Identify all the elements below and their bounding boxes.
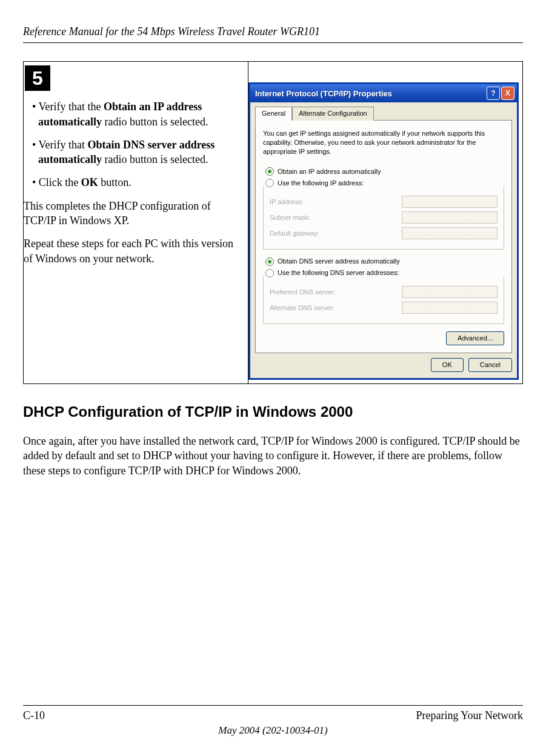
alternate-dns-field: . . . bbox=[402, 302, 498, 314]
radio-label: Use the following DNS server addresses: bbox=[278, 268, 399, 277]
dialog-titlebar: Internet Protocol (TCP/IP) Properties ? … bbox=[250, 84, 517, 102]
tcpip-properties-dialog: Internet Protocol (TCP/IP) Properties ? … bbox=[248, 82, 519, 379]
radio-icon bbox=[265, 269, 274, 277]
radio-label: Obtain DNS server address automatically bbox=[278, 257, 400, 266]
body-text: Repeat these steps for each PC with this… bbox=[24, 236, 244, 266]
close-button[interactable]: X bbox=[501, 87, 514, 100]
bullet-list: • Verify that the Obtain an IP address a… bbox=[32, 99, 244, 190]
ip-address-label: IP address: bbox=[270, 197, 303, 207]
preferred-dns-label: Preferred DNS server: bbox=[270, 288, 336, 297]
section-paragraph: Once again, after you have installed the… bbox=[23, 434, 523, 478]
dialog-title: Internet Protocol (TCP/IP) Properties bbox=[255, 88, 392, 99]
radio-icon bbox=[265, 179, 274, 187]
ip-address-field: . . . bbox=[402, 196, 498, 208]
bullet-item: • Verify that Obtain DNS server address … bbox=[38, 138, 244, 167]
body-text: This completes the DHCP configuration of… bbox=[24, 199, 244, 228]
radio-obtain-dns-automatically[interactable]: Obtain DNS server address automatically bbox=[265, 257, 504, 266]
screenshot-cell: Internet Protocol (TCP/IP) Properties ? … bbox=[248, 62, 523, 383]
step-table: 5 • Verify that the Obtain an IP address… bbox=[23, 61, 523, 383]
info-text: You can get IP settings assigned automat… bbox=[263, 129, 504, 156]
section-heading: DHCP Configuration of TCP/IP in Windows … bbox=[23, 402, 523, 422]
radio-label: Obtain an IP address automatically bbox=[278, 167, 381, 176]
radio-label: Use the following IP address: bbox=[278, 179, 364, 188]
step-number-badge: 5 bbox=[25, 65, 50, 91]
radio-icon bbox=[265, 257, 274, 266]
bullet-item: • Click the OK button. bbox=[38, 175, 244, 190]
default-gateway-field: . . . bbox=[402, 227, 498, 239]
help-button[interactable]: ? bbox=[487, 87, 500, 100]
radio-icon bbox=[265, 167, 274, 176]
bullet-item: • Verify that the Obtain an IP address a… bbox=[38, 99, 244, 129]
tab-general[interactable]: General bbox=[255, 107, 292, 121]
ok-button[interactable]: OK bbox=[431, 358, 464, 372]
subnet-mask-label: Subnet mask: bbox=[270, 213, 310, 222]
tab-panel-general: You can get IP settings assigned automat… bbox=[255, 120, 512, 353]
subnet-mask-field: . . . bbox=[402, 211, 498, 224]
tab-alternate-configuration[interactable]: Alternate Configuration bbox=[292, 107, 374, 121]
dialog-tabs: General Alternate Configuration bbox=[255, 106, 512, 120]
cancel-button[interactable]: Cancel bbox=[468, 358, 512, 372]
alternate-dns-label: Alternate DNS server: bbox=[270, 303, 335, 313]
advanced-button[interactable]: Advanced... bbox=[446, 331, 504, 345]
step-text-cell: 5 • Verify that the Obtain an IP address… bbox=[24, 62, 248, 383]
default-gateway-label: Default gateway: bbox=[270, 229, 319, 238]
running-header: Reference Manual for the 54 Mbps Wireles… bbox=[23, 24, 523, 43]
preferred-dns-field: . . . bbox=[402, 286, 498, 298]
radio-obtain-ip-automatically[interactable]: Obtain an IP address automatically bbox=[265, 167, 504, 176]
